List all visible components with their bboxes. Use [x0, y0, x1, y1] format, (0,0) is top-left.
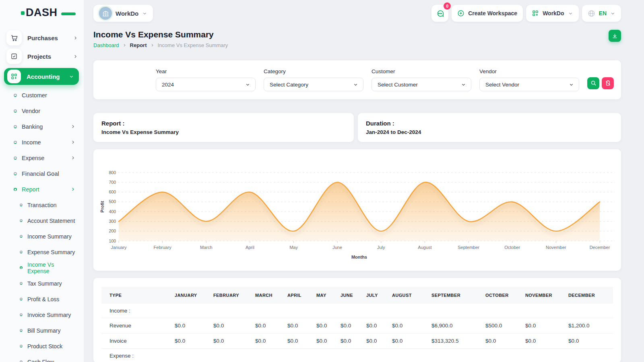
column-header: APRIL: [279, 287, 308, 304]
sidebar-report-item-label: Tax Summary: [27, 280, 62, 287]
reset-filter-button[interactable]: [602, 77, 614, 89]
chevron-right-icon: [70, 155, 76, 160]
sidebar-report-item-account-statement[interactable]: Account Statement: [0, 213, 84, 228]
column-header: SEPTEMBER: [423, 287, 477, 304]
svg-text:April: April: [246, 245, 254, 250]
bullet-icon: [14, 94, 17, 97]
sidebar-report-item-income-summary[interactable]: Income Summary: [0, 228, 84, 244]
cell-value: $0.0: [279, 333, 308, 349]
language-selector[interactable]: EN: [582, 5, 621, 22]
svg-text:December: December: [590, 245, 610, 250]
chevron-right-icon: [70, 187, 76, 192]
svg-text:November: November: [546, 245, 566, 250]
sidebar-subitem-expense[interactable]: Expense: [0, 150, 84, 166]
search-icon: [590, 80, 597, 86]
column-header: JULY: [358, 287, 384, 304]
sidebar-item-label: Purchases: [27, 35, 73, 41]
sidebar-report-item-product-stock[interactable]: Product Stock: [0, 338, 84, 354]
apply-filter-button[interactable]: [587, 77, 599, 89]
cart-icon: [6, 30, 22, 45]
language-code: EN: [599, 10, 607, 16]
sidebar-report-item-label: Profit & Loss: [27, 296, 59, 302]
sidebar-nav: PurchasesProjectsAccountingCustomerVendo…: [0, 29, 84, 362]
table-row: Invoice$0.0$0.0$0.0$0.0$0.0$0.0$0.0$0.0$…: [101, 333, 613, 349]
svg-text:300: 300: [109, 219, 116, 224]
sidebar-report-item-expense-summary[interactable]: Expense Summary: [0, 244, 84, 260]
logo-accent-dot: [21, 11, 25, 15]
category-filter-label: Category: [264, 68, 363, 74]
column-header: MARCH: [247, 287, 279, 304]
sidebar-report-item-income-vs-expense[interactable]: Income Vs Expense: [0, 260, 84, 276]
breadcrumb: Dashboard Report Income Vs Expense Summa…: [93, 42, 228, 48]
filter-card: Year 2024 Category Select Category Custo…: [93, 60, 621, 99]
sidebar-item-purchases[interactable]: Purchases: [0, 29, 84, 47]
sidebar-subitem-report[interactable]: Report: [0, 181, 84, 197]
cell-value: $0.0: [358, 333, 384, 349]
workspace-switcher[interactable]: WorkDo: [93, 5, 153, 22]
sidebar-report-item-cash-flow[interactable]: Cash Flow: [0, 354, 84, 362]
workdo-label: WorkDo: [543, 10, 564, 16]
income-expense-table: TYPEJANUARYFEBRUARYMARCHAPRILMAYJUNEJULY…: [101, 287, 613, 362]
category-select[interactable]: Select Category: [264, 78, 363, 91]
cell-value: $1,200.0: [560, 318, 613, 333]
bullet-icon: [20, 266, 23, 269]
sidebar-item-projects[interactable]: Projects: [0, 47, 84, 66]
breadcrumb-report-link[interactable]: Report: [130, 42, 147, 48]
sidebar-report-item-transaction[interactable]: Transaction: [0, 197, 84, 213]
download-report-button[interactable]: [609, 30, 621, 42]
sidebar-subitem-banking[interactable]: Banking: [0, 119, 84, 134]
create-workspace-button[interactable]: Create Workspace: [452, 5, 523, 22]
chevron-right-icon: [70, 140, 76, 145]
cell-value: $0.0: [308, 318, 332, 333]
breadcrumb-separator-icon: [122, 43, 127, 47]
vendor-select[interactable]: Select Vendor: [479, 78, 579, 91]
breadcrumb-separator-icon: [150, 43, 155, 47]
sidebar-item-label: Accounting: [27, 73, 69, 80]
sidebar-subitem-label: Customer: [22, 92, 76, 99]
bullet-icon: [20, 235, 23, 238]
sidebar-subitem-customer[interactable]: Customer: [0, 87, 84, 103]
sidebar-report-item-bill-summary[interactable]: Bill Summary: [0, 323, 84, 338]
summary-row: Report : Income Vs Expense Summary Durat…: [93, 113, 621, 142]
column-header: FEBRUARY: [205, 287, 247, 304]
grid-plus-icon: [532, 10, 539, 17]
sidebar-subitem-label: Banking: [22, 123, 70, 130]
sidebar-subitem-label: Expense: [22, 155, 70, 161]
svg-text:Profit: Profit: [100, 201, 105, 212]
sidebar-item-accounting[interactable]: Accounting: [4, 68, 79, 85]
sidebar-report-item-label: Cash Flow: [27, 359, 54, 362]
column-header: NOVEMBER: [517, 287, 560, 304]
sidebar-subitem-vendor[interactable]: Vendor: [0, 103, 84, 119]
customer-select-value: Select Customer: [378, 82, 418, 88]
sidebar-report-item-invoice-summary[interactable]: Invoice Summary: [0, 307, 84, 323]
column-header: JUNE: [332, 287, 358, 304]
cell-value: $0.0: [247, 333, 279, 349]
svg-text:200: 200: [109, 228, 116, 233]
year-select[interactable]: 2024: [156, 78, 256, 91]
sidebar-report-item-label: Transaction: [27, 202, 57, 208]
sidebar-report-item-tax-summary[interactable]: Tax Summary: [0, 276, 84, 291]
sidebar-report-item-label: Product Stock: [27, 343, 62, 350]
table-section-row: Income :: [101, 304, 613, 318]
breadcrumb-dashboard-link[interactable]: Dashboard: [93, 42, 119, 48]
svg-text:February: February: [154, 245, 172, 250]
sidebar-report-item-profit-loss[interactable]: Profit & Loss: [0, 291, 84, 307]
section-label: Expense :: [101, 349, 613, 362]
vendor-select-value: Select Vendor: [485, 82, 519, 88]
chevron-down-icon: [245, 82, 250, 87]
table-header-row: TYPEJANUARYFEBRUARYMARCHAPRILMAYJUNEJULY…: [101, 287, 613, 304]
sidebar-subitem-income[interactable]: Income: [0, 134, 84, 150]
customer-select[interactable]: Select Customer: [372, 78, 471, 91]
cell-value: $0.0: [384, 318, 423, 333]
sidebar-report-item-label: Bill Summary: [27, 327, 60, 334]
messages-button[interactable]: 0: [431, 5, 448, 22]
report-label: Report :: [101, 120, 346, 127]
sidebar: DASH PurchasesProjectsAccountingCustomer…: [0, 0, 84, 362]
cell-value: $0.0: [332, 318, 358, 333]
workdo-menu-button[interactable]: WorkDo: [526, 5, 578, 22]
sidebar-report-item-label: Income Vs Expense: [27, 261, 76, 274]
chevron-right-icon: [70, 124, 76, 129]
brand-logo[interactable]: DASH: [21, 7, 65, 18]
sidebar-subitem-financial-goal[interactable]: Financial Goal: [0, 166, 84, 181]
download-icon: [612, 33, 618, 39]
